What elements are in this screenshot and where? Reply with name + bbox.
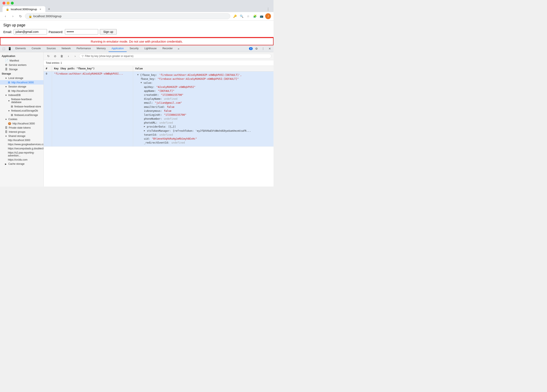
vt-lastloginat-val: "1723866155790" — [163, 113, 187, 117]
storage-top-icon: 🗄 — [5, 68, 8, 71]
sidebar-item-shared-localhost[interactable]: http://localhost:3000 — [0, 138, 43, 142]
tab-recorder[interactable]: Recorder — [159, 45, 176, 52]
sidebar-item-firebase-local-storage[interactable]: ⊞ firebaseLocalStorage — [0, 113, 43, 117]
sidebar-item-interest-groups[interactable]: 🗄 Interest groups — [0, 130, 43, 134]
tab-elements[interactable]: Elements — [13, 45, 29, 52]
tab-console[interactable]: Console — [29, 45, 44, 52]
forward-button[interactable]: › — [10, 13, 16, 19]
expand-indexeddb-icon: ▼ — [5, 94, 7, 96]
sidebar-item-local-storage[interactable]: ▼ Local storage — [0, 76, 43, 80]
vt-emailverified-key: emailVerified: — [144, 105, 165, 109]
vt-expand-providerdata[interactable]: ▶ — [144, 125, 146, 128]
vt-displayname-line: displayName: undefined — [137, 97, 269, 101]
vt-isanonymous-line: isAnonymous: false — [137, 109, 269, 113]
sidebar-item-heartbeat-store[interactable]: ⊞ firebase-heartbeat-store — [0, 104, 43, 109]
minimize-button[interactable] — [7, 2, 10, 5]
expand-cache-icon: ▶ — [5, 163, 7, 165]
emulator-text: Running in emulator mode. Do not use wit… — [91, 40, 183, 43]
account-avatar[interactable]: J — [265, 13, 271, 19]
sidebar-item-service-workers[interactable]: ⚙ Service workers — [0, 63, 43, 67]
password-manager-icon[interactable]: 🔑 — [232, 13, 238, 19]
tab-memory[interactable]: Memory — [94, 45, 109, 52]
sidebar-item-shared-paa[interactable]: https://s2.paa-reporting-advertisin... — [0, 151, 43, 158]
refresh-button[interactable]: ↻ — [46, 53, 51, 59]
tab-network[interactable]: Network — [59, 45, 74, 52]
tab-security[interactable]: Security — [127, 45, 141, 52]
element-picker-icon[interactable]: ⬚ — [1, 46, 7, 52]
vt-providerdata-val: [{…}] — [167, 125, 176, 129]
tab-application[interactable]: Application — [109, 45, 127, 52]
filter-bar[interactable]: ▽ Filter by key (show keys greater or eq… — [79, 54, 271, 58]
col-value: Value — [133, 66, 274, 71]
tab-lighthouse[interactable]: Lighthouse — [141, 45, 159, 52]
sidebar-item-session-storage[interactable]: ▼ Session storage — [0, 85, 43, 89]
pst-label: Private state tokens — [9, 126, 31, 129]
sidebar-item-session-localhost[interactable]: ⊞ http://localhost:3000 — [0, 89, 43, 93]
vt-isanonymous-key: isAnonymous: — [144, 109, 162, 113]
email-input[interactable] — [14, 29, 47, 34]
sidebar-item-firebase-local-db[interactable]: ▼ firebaseLocalStorageDb — [0, 109, 43, 113]
sidebar-item-local-storage-localhost[interactable]: ⊞ http://localhost:3000 — [0, 80, 43, 85]
storage-toolbar: ↻ ⊘ 🗑 ‹ › ▽ Filter by key (show keys gre… — [44, 52, 274, 60]
sidebar-item-shared-crcldu[interactable]: https://crcldu.com — [0, 158, 43, 162]
tab-close-button[interactable]: ✕ — [39, 7, 42, 11]
zoom-icon[interactable]: 🔍 — [239, 13, 244, 19]
bookmark-icon[interactable]: ☆ — [245, 13, 251, 19]
reload-button[interactable]: ↻ — [17, 13, 23, 19]
next-button[interactable]: › — [72, 53, 78, 59]
vt-appname-line: appName: "[DEFAULT]" — [137, 89, 269, 93]
browser-menu-button[interactable]: ⋮ — [265, 6, 271, 12]
cast-icon[interactable]: 📺 — [259, 13, 264, 19]
back-button[interactable]: ‹ — [2, 13, 8, 19]
maximize-button[interactable] — [11, 2, 14, 5]
tab-sources[interactable]: Sources — [44, 45, 59, 52]
sidebar-item-storage-top[interactable]: 🗄 Storage — [0, 67, 43, 72]
table-row[interactable]: 0 "firebase:authUser:AIzaSyRUHG9ZP-vUWBq… — [44, 72, 274, 147]
sidebar-item-shared-securepubads[interactable]: https://securepubads.g.doublecli... — [0, 146, 43, 151]
clear-button[interactable]: ⊘ — [52, 53, 58, 59]
signup-button[interactable]: Sign up — [100, 29, 117, 34]
sidebar-item-cache-storage[interactable]: ▶ Cache storage — [0, 162, 43, 166]
filter-text: Filter by key (show keys greater or equa… — [85, 55, 133, 58]
tab-title: localhost:3000/signup — [11, 8, 37, 11]
sidebar-item-indexeddb[interactable]: ▼ IndexedDB — [0, 93, 43, 97]
vt-uid-key: uid: — [144, 137, 150, 141]
vt-expand-ststoken[interactable]: ▶ — [144, 129, 146, 132]
sidebar-item-cookies-localhost[interactable]: 🍪 http://localhost:3000 — [0, 121, 43, 126]
ig-icon: 🗄 — [5, 130, 7, 133]
vt-expand-value[interactable]: ▼ — [141, 81, 143, 84]
expand-fl-icon: ▼ — [8, 110, 10, 112]
devtools-close-icon[interactable]: ✕ — [267, 46, 273, 52]
sidebar-item-cookies[interactable]: ▼ Cookies — [0, 117, 43, 121]
shared-storage-label: Shared storage — [8, 135, 25, 138]
sidebar-item-private-state-tokens[interactable]: 🗄 Private state tokens — [0, 126, 43, 130]
new-tab-button[interactable]: + — [46, 6, 52, 12]
sidebar-item-manifest[interactable]: 📄 Manifest — [0, 58, 43, 63]
device-toggle-icon[interactable]: 📱 — [7, 46, 13, 52]
row-index: 0 — [44, 72, 52, 146]
vt-apikey-val: "AIzaSyRUHG9ZP-vUWBqkPU5I" — [155, 85, 196, 89]
sidebar-item-shared-storage[interactable]: ▼ Shared storage — [0, 134, 43, 138]
more-tabs-icon[interactable]: » — [176, 46, 181, 52]
devtools-settings-icon[interactable]: ⚙ — [253, 46, 259, 52]
tab-performance[interactable]: Performance — [74, 45, 94, 52]
local-storage-url: http://localhost:3000 — [11, 81, 34, 84]
vt-tenantid-key: tenantId: — [144, 133, 157, 137]
password-input[interactable] — [65, 29, 98, 34]
vt-fbase-key-name: fbase_key: — [142, 73, 157, 77]
emulator-banner: Running in emulator mode. Do not use wit… — [0, 38, 274, 45]
delete-button[interactable]: 🗑 — [59, 53, 64, 59]
password-label: Password: — [49, 30, 63, 34]
close-button[interactable] — [2, 2, 5, 5]
extensions-icon[interactable]: 🧩 — [252, 13, 258, 19]
vt-createdat-val: "1723866155790" — [159, 93, 184, 97]
main-panel: ↻ ⊘ 🗑 ‹ › ▽ Filter by key (show keys gre… — [44, 52, 274, 186]
browser-tab[interactable]: 🔒 localhost:3000/signup ✕ — [2, 6, 45, 12]
prev-button[interactable]: ‹ — [66, 53, 71, 59]
vt-emailverified-line: emailVerified: false — [137, 105, 269, 109]
devtools-more-icon[interactable]: ⋮ — [260, 46, 266, 52]
vt-expand-root[interactable]: ▼ — [137, 73, 140, 76]
address-bar[interactable]: 🔒 localhost:3000/signup — [25, 13, 230, 19]
sidebar-item-shared-googleadservices[interactable]: https://www.googleadservices.com — [0, 142, 43, 146]
sidebar-item-firebase-heartbeat-db[interactable]: ▼ firebase-heartbeat-database — [0, 97, 43, 104]
